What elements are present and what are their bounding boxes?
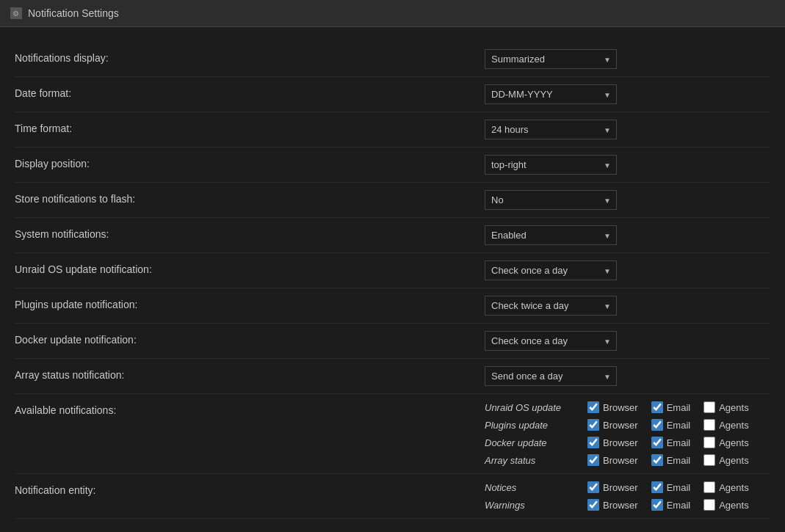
- docker-update-notif-agents-checkbox[interactable]: [703, 437, 715, 448]
- notices-notif-email-label: Email: [667, 482, 691, 493]
- available-notifications-grid: Unraid OS updateBrowserEmailAgentsPlugin…: [485, 401, 770, 466]
- display-position-row: Display position:top-righttop-leftbottom…: [15, 147, 770, 183]
- warnings-notif-agents-checkbox[interactable]: [703, 499, 715, 511]
- notifications-display-label: Notifications display:: [15, 49, 485, 64]
- plugins-update-notif-browser-checkbox[interactable]: [587, 419, 599, 431]
- date-format-row: Date format:DD-MM-YYYYMM-DD-YYYYYYYY-MM-…: [15, 77, 770, 112]
- store-notifications-select[interactable]: NoYes: [485, 190, 617, 210]
- notification-entity-grid: NoticesBrowserEmailAgentsWarningsBrowser…: [485, 481, 770, 511]
- system-notifications-select[interactable]: EnabledDisabled: [485, 225, 617, 245]
- time-format-label: Time format:: [15, 120, 485, 134]
- unraid-os-update-notif-agents-item: Agents: [703, 401, 748, 413]
- notices-notif-browser-checkbox[interactable]: [587, 481, 599, 493]
- docker-update-select[interactable]: Check once a dayCheck twice a dayDisable…: [485, 331, 617, 351]
- array-status-notif-browser-checkbox[interactable]: [587, 454, 599, 466]
- notices-notif-agents-checkbox[interactable]: [703, 481, 715, 493]
- unraid-os-update-notif-email-checkbox[interactable]: [651, 401, 663, 413]
- docker-update-row: Docker update notification:Check once a …: [15, 324, 770, 359]
- docker-update-notif-row: Docker updateBrowserEmailAgents: [485, 437, 770, 448]
- date-format-label: Date format:: [15, 84, 485, 99]
- store-notifications-label: Store notifications to flash:: [15, 190, 485, 205]
- settings-icon: ⚙: [10, 7, 22, 19]
- array-status-row: Array status notification:Send once a da…: [15, 359, 770, 394]
- notification-entity-row: Notification entity: NoticesBrowserEmail…: [15, 474, 770, 519]
- plugins-update-notif-agents-checkbox[interactable]: [703, 419, 715, 431]
- notifications-display-select[interactable]: SummarizedAllNone: [485, 49, 617, 69]
- settings-content: Notifications display:SummarizedAllNoneD…: [0, 27, 785, 532]
- notifications-display-control: SummarizedAllNone: [485, 49, 770, 69]
- unraid-os-update-notif-email-item: Email: [651, 401, 691, 413]
- display-position-control: top-righttop-leftbottom-rightbottom-left: [485, 155, 770, 175]
- array-status-notif-row: Array statusBrowserEmailAgents: [485, 454, 770, 466]
- array-status-notif-browser-item: Browser: [587, 454, 638, 466]
- system-notifications-row: System notifications:EnabledDisabled: [15, 218, 770, 253]
- display-position-select[interactable]: top-righttop-leftbottom-rightbottom-left: [485, 155, 617, 175]
- unraid-os-update-notif-browser-checkbox[interactable]: [587, 401, 599, 413]
- plugins-update-notif-agents-label: Agents: [719, 420, 748, 431]
- warnings-notif-email-item: Email: [651, 499, 691, 511]
- notices-notif-email-checkbox[interactable]: [651, 481, 663, 493]
- notices-notif-name: Notices: [485, 482, 580, 493]
- unraid-os-update-notif-agents-checkbox[interactable]: [703, 401, 715, 413]
- docker-update-notif-email-checkbox[interactable]: [651, 437, 663, 448]
- docker-update-notif-browser-checkbox[interactable]: [587, 437, 599, 448]
- docker-update-notif-agents-item: Agents: [703, 437, 748, 448]
- warnings-notif-agents-label: Agents: [719, 500, 748, 511]
- array-status-notif-agents-checkbox[interactable]: [703, 454, 715, 466]
- system-notifications-control: EnabledDisabled: [485, 225, 770, 245]
- docker-update-notif-name: Docker update: [485, 437, 580, 448]
- plugins-update-select[interactable]: Check once a dayCheck twice a dayDisable…: [485, 296, 617, 316]
- warnings-notif-email-label: Email: [667, 500, 691, 511]
- store-notifications-control: NoYes: [485, 190, 770, 210]
- docker-update-notif-email-item: Email: [651, 437, 691, 448]
- docker-update-notif-email-label: Email: [667, 437, 691, 448]
- plugins-update-notif-agents-item: Agents: [703, 419, 748, 431]
- notices-notif-agents-label: Agents: [719, 482, 748, 493]
- unraid-os-update-notif-browser-label: Browser: [603, 402, 638, 413]
- unraid-os-update-notif-agents-label: Agents: [719, 402, 748, 413]
- plugins-update-notif-browser-item: Browser: [587, 419, 638, 431]
- warnings-notif-browser-item: Browser: [587, 499, 638, 511]
- time-format-select[interactable]: 24 hours12 hours: [485, 120, 617, 139]
- unraid-os-update-label: Unraid OS update notification:: [15, 260, 485, 275]
- plugins-update-notif-row: Plugins updateBrowserEmailAgents: [485, 419, 770, 431]
- array-status-notif-email-label: Email: [667, 455, 691, 466]
- warnings-notif-browser-checkbox[interactable]: [587, 499, 599, 511]
- docker-update-label: Docker update notification:: [15, 331, 485, 346]
- notification-entity-label: Notification entity:: [15, 481, 485, 496]
- array-status-notif-agents-item: Agents: [703, 454, 748, 466]
- array-status-notif-name: Array status: [485, 455, 580, 466]
- warnings-notif-agents-item: Agents: [703, 499, 748, 511]
- plugins-update-notif-browser-label: Browser: [603, 420, 638, 431]
- plugins-update-label: Plugins update notification:: [15, 296, 485, 310]
- docker-update-notif-browser-item: Browser: [587, 437, 638, 448]
- docker-update-control: Check once a dayCheck twice a dayDisable…: [485, 331, 770, 351]
- title-bar: ⚙ Notification Settings: [0, 0, 785, 27]
- available-notifications-row: Available notifications: Unraid OS updat…: [15, 394, 770, 474]
- warnings-notif-name: Warnings: [485, 500, 580, 511]
- unraid-os-update-control: Check once a dayCheck twice a dayDisable…: [485, 260, 770, 280]
- store-notifications-row: Store notifications to flash:NoYes: [15, 183, 770, 218]
- warnings-notif-email-checkbox[interactable]: [651, 499, 663, 511]
- notices-notif-row: NoticesBrowserEmailAgents: [485, 481, 770, 493]
- unraid-os-update-row: Unraid OS update notification:Check once…: [15, 253, 770, 288]
- array-status-notif-email-checkbox[interactable]: [651, 454, 663, 466]
- unraid-os-update-notif-browser-item: Browser: [587, 401, 638, 413]
- array-status-control: Send once a daySend twice a dayDisabled: [485, 366, 770, 386]
- system-notifications-label: System notifications:: [15, 225, 485, 240]
- docker-update-notif-agents-label: Agents: [719, 437, 748, 448]
- page-title: Notification Settings: [28, 7, 119, 19]
- notices-notif-agents-item: Agents: [703, 481, 748, 493]
- plugins-update-notif-email-item: Email: [651, 419, 691, 431]
- notices-notif-browser-label: Browser: [603, 482, 638, 493]
- array-status-notif-agents-label: Agents: [719, 455, 748, 466]
- docker-update-notif-browser-label: Browser: [603, 437, 638, 448]
- warnings-notif-browser-label: Browser: [603, 500, 638, 511]
- unraid-os-update-notif-row: Unraid OS updateBrowserEmailAgents: [485, 401, 770, 413]
- unraid-os-update-notif-email-label: Email: [667, 402, 691, 413]
- date-format-select[interactable]: DD-MM-YYYYMM-DD-YYYYYYYY-MM-DD: [485, 84, 617, 104]
- plugins-update-notif-email-checkbox[interactable]: [651, 419, 663, 431]
- array-status-select[interactable]: Send once a daySend twice a dayDisabled: [485, 366, 617, 386]
- array-status-notif-browser-label: Browser: [603, 455, 638, 466]
- unraid-os-update-select[interactable]: Check once a dayCheck twice a dayDisable…: [485, 260, 617, 280]
